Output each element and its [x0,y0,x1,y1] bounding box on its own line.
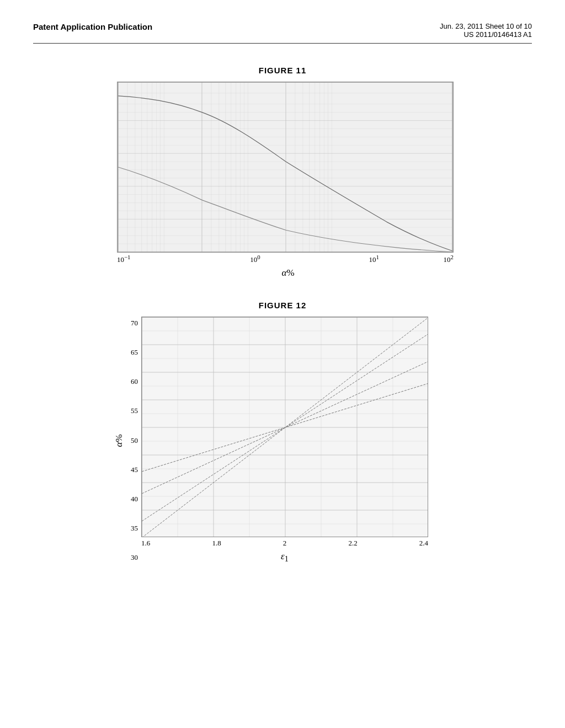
y-tick-40: 40 [131,495,138,504]
page-header: Patent Application Publication Jun. 23, … [33,22,532,44]
figure12-title: FIGURE 12 [33,301,532,310]
figure11-section: FIGURE 11 [33,66,532,279]
figure11-wrapper: 10−1 100 101 102 α% [33,82,532,279]
x2-tick-16: 1.6 [141,539,150,548]
x2-tick-20: 2 [283,539,287,548]
x2-tick-22: 2.2 [348,539,357,548]
svg-rect-0 [118,82,452,252]
figure12-x-ticks: 1.6 1.8 2 2.2 2.4 [141,537,428,548]
figure12-chart [141,317,428,537]
sheet-info: Jun. 23, 2011 Sheet 10 of 10 [440,22,532,30]
y-tick-30: 30 [131,553,138,562]
figure12-svg [142,317,428,537]
figure11-svg [118,82,453,252]
figure11-container: 10−1 100 101 102 α% [106,82,459,279]
figure11-title: FIGURE 11 [33,66,532,75]
svg-rect-51 [142,317,428,537]
figure12-x-label: ε1 [141,551,428,564]
x-tick-3: 102 [444,254,454,264]
figure12-y-ticks: 70 65 60 55 50 45 40 35 30 [122,317,141,564]
x2-tick-24: 2.4 [419,539,428,548]
x-tick-1: 100 [250,254,260,264]
figure11-x-label: α% [117,267,459,279]
y-tick-65: 65 [131,348,138,357]
x2-tick-18: 1.8 [212,539,221,548]
figure11-chart [117,82,454,253]
figure11-x-ticks: 10−1 100 101 102 [117,253,454,264]
y-tick-55: 55 [131,406,138,415]
publication-title: Patent Application Publication [33,22,152,31]
y-tick-50: 50 [131,436,138,445]
y-tick-70: 70 [131,319,138,328]
patent-number: US 2011/0146413 A1 [440,30,532,39]
x-tick-0: 10−1 [117,254,131,264]
x-tick-2: 101 [369,254,379,264]
y-tick-60: 60 [131,377,138,386]
figure12-section: FIGURE 12 70 65 60 55 50 45 40 35 30 [33,301,532,564]
figure12-wrapper: 70 65 60 55 50 45 40 35 30 α% [33,317,532,564]
page: Patent Application Publication Jun. 23, … [0,0,565,728]
y-tick-35: 35 [131,524,138,533]
y-tick-45: 45 [131,465,138,474]
figure12-y-label: α% [114,434,125,447]
publication-meta: Jun. 23, 2011 Sheet 10 of 10 US 2011/014… [440,22,532,39]
figure12-container: 70 65 60 55 50 45 40 35 30 α% [122,317,443,564]
